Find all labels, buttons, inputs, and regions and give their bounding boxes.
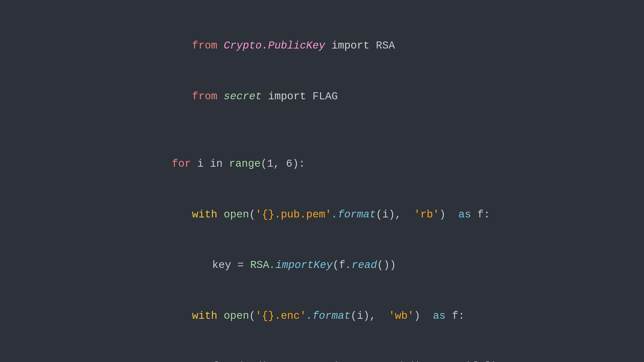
f-var-2: f:: [452, 310, 465, 322]
flag-name: FLAG: [312, 90, 338, 103]
pub-pem-string: '{}.pub.pem': [255, 209, 331, 221]
eq-sign: =: [237, 259, 244, 271]
code-line-3: from secret import FLAG: [146, 71, 497, 122]
format-args-1: (i),: [376, 209, 414, 221]
with-keyword-1: with: [192, 209, 217, 221]
for-keyword: for: [172, 158, 191, 170]
range-args: (1, 6):: [261, 158, 305, 170]
f-var-1: f:: [477, 209, 490, 221]
open-func-2: open: [224, 310, 249, 322]
rsa-name: RSA: [376, 40, 395, 52]
encode-method: .encode: [364, 360, 409, 362]
empty-line-1: [146, 122, 497, 139]
wb-string: 'wb': [389, 310, 414, 322]
secret-module: secret: [224, 90, 262, 103]
code-block: #!/usr/bin/env python3 from Crypto.Publi…: [126, 0, 517, 362]
none-value: None: [440, 360, 466, 362]
format-method-1: .format: [332, 209, 376, 221]
from-keyword-2: from: [192, 90, 217, 103]
import-keyword-2: import: [268, 90, 306, 103]
encrypt-method: .encrypt: [282, 360, 333, 362]
enc-string: '{}.enc': [255, 310, 306, 322]
crypto-module: Crypto.PublicKey: [224, 40, 325, 52]
shebang-comment: #!/usr/bin/env python3: [192, 0, 332, 1]
code-line-5: for i in range(1, 6):: [146, 139, 497, 190]
code-line-9: f.write(key.encrypt(FLAG.encode(), None)…: [146, 341, 497, 362]
rsa-cls: RSA: [250, 259, 269, 271]
code-line-7: key = RSA.importKey(f.read()): [146, 240, 497, 291]
var-i-1: i: [197, 158, 204, 170]
key-var: key: [212, 259, 231, 271]
as-keyword-2: as: [433, 310, 446, 322]
code-line-1: #!/usr/bin/env python3: [146, 0, 497, 21]
in-keyword: in: [210, 158, 223, 170]
read-method: .read: [345, 259, 377, 271]
range-func: range: [229, 158, 261, 170]
format-method-2: .format: [306, 310, 350, 322]
code-line-8: with open('{}.enc'.format(i), 'wb') as f…: [146, 291, 497, 342]
from-keyword-1: from: [192, 40, 217, 52]
code-line-2: from Crypto.PublicKey import RSA: [146, 21, 497, 71]
import-key-method: .importKey: [269, 259, 333, 271]
write-method: .write: [218, 360, 256, 362]
as-keyword-1: as: [458, 209, 471, 221]
import-keyword-1: import: [332, 40, 370, 52]
with-keyword-2: with: [192, 310, 217, 322]
rb-string: 'rb': [414, 209, 439, 221]
code-line-6: with open('{}.pub.pem'.format(i), 'rb') …: [146, 190, 497, 240]
open-func-1: open: [224, 209, 249, 221]
